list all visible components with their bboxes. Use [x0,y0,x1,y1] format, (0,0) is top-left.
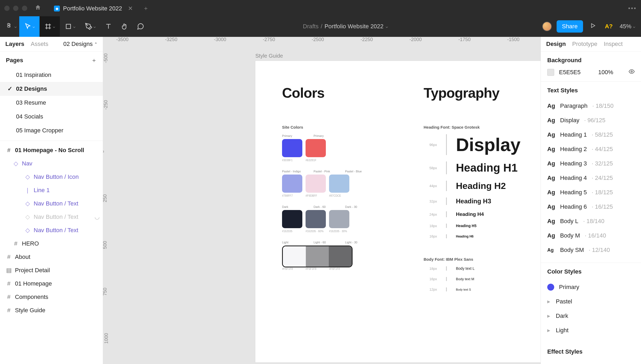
color-swatch[interactable] [282,210,302,228]
hidden-icon[interactable]: ◡ [95,213,100,220]
left-panel: Layers Assets 02 Designs ⌃ Pages ＋ 01 In… [0,37,103,364]
traffic-close[interactable] [4,6,10,11]
zoom-control[interactable]: 45%⌵ [620,23,635,30]
text-style-row[interactable]: AgBody SM12/140 [547,243,635,257]
tab-assets[interactable]: Assets [31,41,48,48]
layer-row[interactable]: ◇Nav [0,157,103,170]
text-style-row[interactable]: AgHeading 158/125 [547,128,635,142]
canvas[interactable]: -3500-3250-3000-2750-2500-2250-2000-1750… [103,37,541,364]
close-icon[interactable]: ✕ [128,5,133,12]
color-swatch[interactable] [329,210,349,228]
color-style-row[interactable]: ▸Light [547,323,635,338]
text-style-row[interactable]: AgBody L18/140 [547,214,635,228]
effect-styles-section: Effect Styles [541,343,641,355]
color-swatch[interactable] [306,175,326,193]
tab-inspect[interactable]: Inspect [604,41,623,48]
layer-row[interactable]: ◇Nav Button / Icon [0,170,103,184]
layer-row[interactable]: ◇Nav Button / Text [0,224,103,237]
comment-tool[interactable] [132,16,148,37]
text-style-row[interactable]: AgHeading 424/125 [547,171,635,185]
layer-row[interactable]: ▤Project Detail [0,264,103,277]
layer-row[interactable]: #01 Homepage - No Scroll [0,144,103,157]
bg-hex[interactable]: E5E5E5 [559,69,581,76]
frame-icon: # [6,307,12,314]
new-tab-button[interactable]: ＋ [138,4,154,12]
traffic-minimize[interactable] [13,6,18,11]
tab-layers[interactable]: Layers [5,41,24,48]
frame-icon: # [6,280,12,287]
line-icon: | [25,187,30,194]
component-icon: ◇ [13,160,19,167]
chevron-up-icon: ⌃ [94,42,97,46]
layer-row[interactable]: #Components [0,290,103,304]
layer-row[interactable]: ◇Nav Button / Text [0,197,103,210]
tab-design[interactable]: Design [546,41,566,48]
layout-icon: ▤ [6,267,12,274]
titlebar: ◆ Portfolio Website 2022 ✕ ＋ ••• [0,0,641,16]
text-style-row[interactable]: AgHeading 332/125 [547,156,635,171]
breadcrumb[interactable]: Drafts / Portfolio Website 2022 ⌵ [148,23,542,30]
right-panel-tabs: Design Prototype Inspect [541,37,641,52]
bg-opacity[interactable]: 100% [598,69,613,76]
overflow-menu-icon[interactable]: ••• [628,5,637,12]
color-swatch[interactable] [306,139,326,157]
present-icon[interactable] [588,23,598,30]
page-selector[interactable]: 02 Designs ⌃ [63,41,97,48]
move-tool[interactable]: ⌵ [19,16,40,37]
page-item[interactable]: 04 Socials [0,110,103,124]
add-page-button[interactable]: ＋ [91,56,97,64]
pages-header: Pages ＋ [0,52,103,68]
layer-row[interactable]: #01 Homepage [0,277,103,290]
frame-label[interactable]: Style Guide [255,53,283,59]
color-style-row[interactable]: ▸Pastel [547,294,635,309]
breadcrumb-current[interactable]: Portfolio Website 2022 [325,23,384,30]
visibility-icon[interactable] [629,69,635,76]
text-style-row[interactable]: AgParagraph18/150 [547,99,635,113]
avatar[interactable] [542,22,552,31]
text-style-row[interactable]: AgHeading 518/125 [547,185,635,200]
text-style-row[interactable]: AgHeading 244/125 [547,142,635,156]
share-button[interactable]: Share [557,20,583,33]
bg-swatch[interactable] [547,69,554,76]
instance-icon: ◇ [25,213,30,220]
svg-rect-0 [66,24,71,29]
layer-row[interactable]: #Style Guide [0,304,103,317]
tab-current[interactable]: ◆ Portfolio Website 2022 ✕ [49,0,138,16]
page-item[interactable]: 03 Resume [0,96,103,110]
tab-prototype[interactable]: Prototype [572,41,597,48]
traffic-zoom[interactable] [22,6,27,11]
missing-fonts-badge[interactable]: A? [603,23,615,30]
chevron-down-icon[interactable]: ⌵ [386,24,388,29]
pen-tool[interactable]: ⌵ [80,16,100,37]
page-item[interactable]: ✓02 Designs [0,82,103,96]
frame-tool[interactable]: ⌵ [40,16,60,37]
color-swatch[interactable] [282,139,302,157]
chevron-right-icon: ▸ [547,327,551,334]
color-style-row[interactable]: Primary [547,280,635,294]
layer-row[interactable]: #HERO [0,237,103,250]
frame-icon: # [6,254,12,260]
color-swatch[interactable] [282,175,302,193]
text-style-row[interactable]: AgDisplay96/125 [547,113,635,128]
breadcrumb-root[interactable]: Drafts [303,23,319,30]
color-swatch[interactable] [329,175,349,193]
color-swatch[interactable] [306,210,326,228]
frame-style-guide[interactable]: Colors Site Colors PrimaryPrimary#3038F1… [255,61,541,362]
ruler-horizontal: -3500-3250-3000-2750-2500-2250-2000-1750… [112,37,541,45]
text-style-row[interactable]: AgBody M16/140 [547,228,635,243]
layer-row[interactable]: ◇Nav Button / Text◡ [0,210,103,224]
color-style-row[interactable]: ▸Dark [547,309,635,323]
svg-marker-1 [591,24,595,28]
layer-row[interactable]: |Line 1 [0,184,103,197]
page-item[interactable]: 01 Inspiration [0,68,103,82]
home-icon[interactable] [35,4,41,12]
main-menu-button[interactable]: ⌵ [3,16,19,37]
text-tool[interactable] [100,16,116,37]
shape-tool[interactable]: ⌵ [60,16,80,37]
layer-tree: #01 Homepage - No Scroll◇Nav◇Nav Button … [0,141,103,364]
page-list: 01 Inspiration✓02 Designs03 Resume04 Soc… [0,68,103,141]
hand-tool[interactable] [116,16,132,37]
layer-row[interactable]: #About [0,250,103,264]
page-item[interactable]: 05 Image Cropper [0,124,103,137]
text-style-row[interactable]: AgHeading 616/125 [547,200,635,214]
